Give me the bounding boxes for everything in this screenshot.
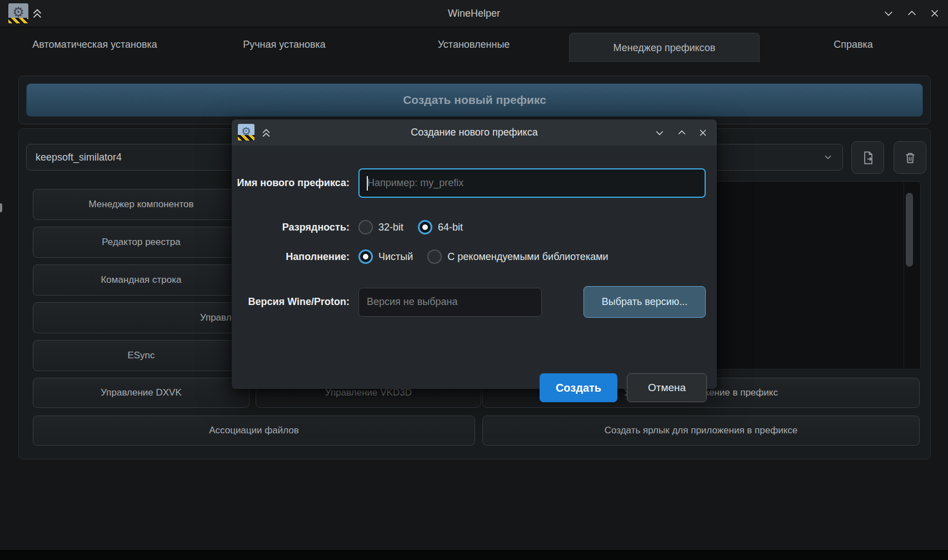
trash-icon bbox=[903, 151, 917, 165]
radio-recommended-libs[interactable]: С рекомендуемыми библиотеками bbox=[427, 249, 608, 264]
tab-manual-install[interactable]: Ручная установка bbox=[189, 27, 379, 62]
radio-on-icon[interactable] bbox=[418, 220, 432, 234]
close-icon[interactable] bbox=[927, 0, 942, 27]
wine-version-input[interactable] bbox=[359, 288, 541, 316]
tab-label: Менеджер префиксов bbox=[613, 42, 716, 54]
text-caret bbox=[367, 176, 368, 191]
scrollbar-thumb[interactable] bbox=[906, 193, 913, 267]
minimize-icon[interactable] bbox=[881, 0, 896, 27]
dxvk-button[interactable]: Управление DXVK bbox=[33, 378, 250, 408]
create-button[interactable]: Создать bbox=[540, 373, 617, 402]
main-titlebar: ⚙ WineHelper bbox=[0, 0, 948, 27]
create-prefix-dialog: ⚙ Создание нового префикса Имя нового пр… bbox=[232, 119, 717, 389]
arch-label: Разрядность: bbox=[232, 222, 350, 233]
wine-version-label: Версия Wine/Proton: bbox=[232, 296, 350, 308]
minimize-icon[interactable] bbox=[652, 119, 667, 146]
maximize-icon[interactable] bbox=[904, 0, 920, 27]
wine-version-field[interactable] bbox=[358, 288, 542, 317]
tab-auto-install[interactable]: Автоматическая установка bbox=[0, 27, 189, 62]
fill-label: Наполнение: bbox=[232, 251, 350, 263]
radio-on-icon[interactable] bbox=[358, 249, 373, 264]
tab-label: Автоматическая установка bbox=[32, 39, 157, 51]
radio-64bit-label: 64-bit bbox=[438, 222, 463, 233]
radio-recommended-libs-label: С рекомендуемыми библиотеками bbox=[447, 251, 608, 263]
maximize-icon[interactable] bbox=[674, 119, 690, 146]
tab-bar: Автоматическая установка Ручная установк… bbox=[0, 27, 948, 62]
screen-edge-indicator bbox=[0, 203, 2, 212]
new-prefix-file-button[interactable] bbox=[851, 141, 884, 174]
command-line-button[interactable]: Командная строка bbox=[33, 264, 250, 296]
radio-clean[interactable]: Чистый bbox=[358, 249, 413, 264]
dialog-titlebar: ⚙ Создание нового префикса bbox=[232, 119, 717, 146]
delete-prefix-button[interactable] bbox=[894, 141, 926, 174]
file-associations-button[interactable]: Ассоциации файлов bbox=[33, 416, 475, 446]
select-version-button[interactable]: Выбрать версию... bbox=[583, 286, 706, 318]
prefix-name-input[interactable] bbox=[360, 169, 705, 197]
radio-clean-label: Чистый bbox=[378, 251, 413, 263]
tab-installed[interactable]: Установленные bbox=[379, 27, 568, 62]
registry-editor-button[interactable]: Редактор реестра bbox=[33, 227, 250, 258]
dialog-title: Создание нового префикса bbox=[232, 119, 717, 146]
radio-64bit[interactable]: 64-bit bbox=[418, 220, 463, 234]
close-icon[interactable] bbox=[695, 119, 711, 146]
create-prefix-panel: Создать новый префикс bbox=[18, 76, 931, 124]
radio-32bit-label: 32-bit bbox=[378, 222, 403, 233]
tab-prefix-manager[interactable]: Менеджер префиксов bbox=[569, 33, 760, 62]
tab-label: Справка bbox=[834, 39, 873, 51]
tab-label: Установленные bbox=[438, 39, 510, 51]
radio-off-icon[interactable] bbox=[427, 249, 442, 264]
create-new-prefix-button[interactable]: Создать новый префикс bbox=[26, 83, 923, 117]
prefix-select-value: keepsoft_similator4 bbox=[36, 152, 122, 163]
esync-button[interactable]: ESync bbox=[33, 340, 250, 371]
dialog-body: Имя нового префикса: Разрядность: 32-bit… bbox=[232, 146, 717, 389]
prefix-name-label: Имя нового префикса: bbox=[232, 177, 350, 189]
chevron-down-icon bbox=[822, 152, 834, 163]
prefix-name-field[interactable] bbox=[358, 168, 706, 198]
screen-bottom-strip bbox=[0, 550, 948, 560]
cancel-button[interactable]: Отмена bbox=[627, 373, 707, 402]
document-new-icon bbox=[860, 150, 876, 166]
components-manager-button[interactable]: Менеджер компонентов bbox=[33, 189, 250, 220]
radio-off-icon[interactable] bbox=[358, 220, 373, 234]
scrollbar-track[interactable] bbox=[904, 182, 915, 368]
tab-label: Ручная установка bbox=[243, 39, 326, 51]
radio-32bit[interactable]: 32-bit bbox=[358, 220, 403, 234]
create-shortcut-button[interactable]: Создать ярлык для приложения в префиксе bbox=[482, 416, 920, 446]
tab-help[interactable]: Справка bbox=[759, 27, 948, 62]
window-title: WineHelper bbox=[0, 0, 948, 27]
